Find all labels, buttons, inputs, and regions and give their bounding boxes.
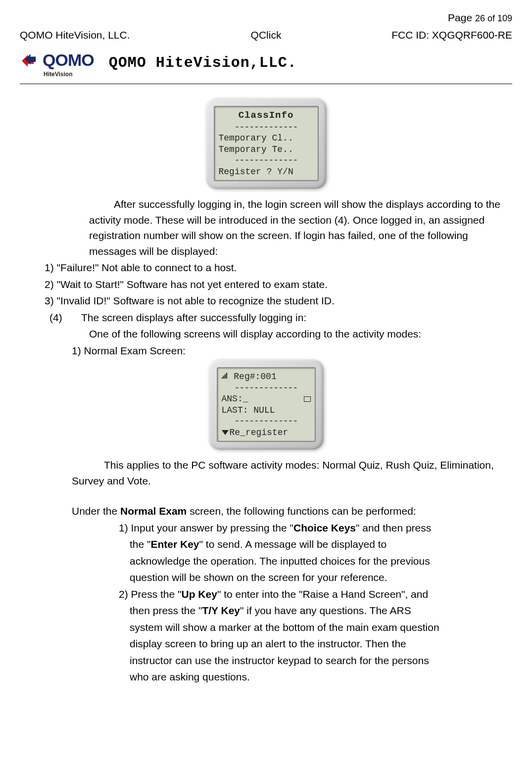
- section-4-heading: (4) The screen displays after successful…: [20, 310, 512, 326]
- func-1-line2: the "Enter Key" to send. A message will …: [20, 536, 512, 552]
- company-title: QOMO HiteVision,LLC.: [109, 52, 297, 74]
- func-1-line4: question will be shown on the screen for…: [20, 570, 512, 585]
- f1d: the ": [130, 538, 150, 550]
- func-2-line5: instructor can use the instructor keypad…: [20, 653, 512, 669]
- logo-text: QOMO: [43, 48, 94, 73]
- blank-line: [20, 489, 512, 503]
- page-info: Page 26 of 109: [20, 10, 512, 26]
- paragraph-after-login: After successfully logging in, the login…: [20, 196, 512, 259]
- page-label-prefix: Page: [448, 12, 475, 23]
- fail-msg-1: 1) "Failure!" Not able to connect to a h…: [20, 260, 512, 276]
- intro-post: screen, the following functions can be p…: [187, 505, 416, 517]
- logo: QOMO HiteVision: [20, 48, 94, 79]
- lcd2-dash1: -------------: [222, 383, 311, 394]
- intro-bold: Normal Exam: [120, 505, 187, 517]
- f2e: T/Y Key: [202, 605, 240, 616]
- svg-rect-0: [222, 377, 223, 379]
- f2b: Up Key: [182, 588, 217, 600]
- func-1-line3: acknowledge the operation. The inputted …: [20, 553, 512, 569]
- f2a: 2) Press the ": [119, 588, 182, 600]
- lcd2-rereg-row: Re_register: [222, 427, 311, 438]
- logo-arrow-icon: [20, 51, 40, 75]
- page-total: 109: [497, 13, 512, 23]
- f2c: " to enter into the "Raise a Hand Screen…: [217, 588, 428, 600]
- lcd1-line2: Temporary Te..: [219, 144, 314, 155]
- top-header-row: Page 26 of 109 QOMO HiteVision, LLC. QCl…: [20, 10, 512, 43]
- header-line: QOMO HiteVision, LLC. QClick FCC ID: XQG…: [20, 27, 512, 43]
- svg-rect-2: [225, 374, 226, 379]
- f1c: " and then press: [356, 522, 431, 533]
- fcc-id: FCC ID: XQGQRF600-RE: [348, 27, 512, 43]
- applies-paragraph: This applies to the PC software activity…: [20, 457, 512, 488]
- product-name: QClick: [184, 27, 348, 43]
- normal-exam-intro: Under the Normal Exam screen, the follow…: [20, 503, 512, 519]
- title-divider: [20, 84, 512, 84]
- section-4-sub: One of the following screens will displa…: [20, 326, 512, 342]
- company-left: QOMO HiteVision, LLC.: [20, 27, 184, 43]
- lcd1-line1: Temporary Cl..: [219, 133, 314, 144]
- device-screen-exam: Reg#:001 ------------- ANS:_ LAST: NULL …: [209, 359, 324, 450]
- lcd2-reg-row: Reg#:001: [222, 371, 311, 383]
- lcd1-dash1: -------------: [219, 122, 314, 133]
- f2d: then press the ": [130, 605, 202, 616]
- lcd1-title: ClassInfo: [219, 110, 314, 122]
- func-2-line1: 2) Press the "Up Key" to enter into the …: [20, 586, 512, 602]
- section-4-number: (4): [49, 310, 81, 326]
- func-2-line2: then press the "T/Y Key" if you have any…: [20, 603, 512, 619]
- func-2-line3: system will show a marker at the bottom …: [20, 620, 512, 635]
- logo-text-block: QOMO HiteVision: [43, 48, 94, 79]
- f1e: Enter Key: [150, 538, 199, 550]
- lcd2-last: LAST: NULL: [222, 405, 311, 416]
- battery-icon: [302, 393, 311, 405]
- page-current: 26: [475, 13, 485, 23]
- fail-msg-2: 2) "Wait to Start!" Software has not yet…: [20, 277, 512, 292]
- device-screen-classinfo: ClassInfo ------------- Temporary Cl.. T…: [206, 98, 327, 189]
- lcd2-ans: ANS:_: [222, 394, 248, 404]
- intro-pre: Under the: [72, 505, 120, 517]
- signal-icon: [222, 371, 229, 383]
- page-of: of: [485, 13, 497, 23]
- svg-rect-1: [223, 376, 224, 379]
- func-2-line4: display screen to bring up an alert to t…: [20, 636, 512, 652]
- mode-1-label: 1) Normal Exam Screen:: [20, 343, 512, 359]
- lcd2-ans-row: ANS:_: [222, 393, 311, 405]
- func-2-line6: who are asking questions.: [20, 669, 512, 685]
- lcd-exam: Reg#:001 ------------- ANS:_ LAST: NULL …: [217, 367, 316, 442]
- lcd2-rereg: Re_register: [230, 428, 289, 437]
- lcd1-foot: Register ? Y/N: [219, 166, 314, 178]
- f2f: " if you have any questions. The ARS: [240, 605, 411, 616]
- fail-msg-3: 3) "Invalid ID!" Software is not able to…: [20, 293, 512, 309]
- down-arrow-icon: [222, 430, 229, 435]
- func-1-line1: 1) Input your answer by pressing the "Ch…: [20, 520, 512, 536]
- lcd2-reg: Reg#:001: [234, 372, 276, 382]
- logo-row: QOMO HiteVision QOMO HiteVision,LLC.: [20, 48, 512, 79]
- f1b: Choice Keys: [293, 522, 356, 533]
- lcd1-dash2: -------------: [219, 155, 314, 166]
- svg-rect-3: [226, 373, 227, 379]
- f1a: 1) Input your answer by pressing the ": [119, 522, 293, 533]
- section-4-text: The screen displays after successfully l…: [81, 310, 306, 326]
- lcd2-dash2: -------------: [222, 416, 311, 427]
- f1f: " to send. A message will be displayed t…: [199, 538, 387, 550]
- lcd-classinfo: ClassInfo ------------- Temporary Cl.. T…: [214, 106, 319, 181]
